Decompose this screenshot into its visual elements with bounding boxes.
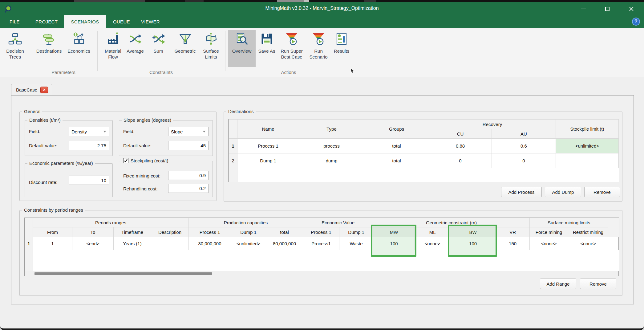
row-number[interactable]: 1 — [25, 237, 33, 250]
constraints-corner-header[interactable] — [25, 218, 33, 237]
add-dump-button[interactable]: Add Dump — [545, 187, 581, 197]
cell-name[interactable]: Process 1 — [237, 139, 299, 153]
destinations-header-groups[interactable]: Groups — [364, 120, 429, 139]
cell-total-capacity[interactable]: 80,000,000 — [266, 237, 303, 250]
cell-description[interactable] — [151, 237, 189, 250]
menu-tab-queue[interactable]: QUEUE — [109, 15, 134, 28]
run-super-best-case-icon — [285, 31, 299, 46]
destinations-header-cu[interactable]: CU — [429, 129, 492, 139]
slope-default-input[interactable]: 45 — [168, 141, 209, 150]
ribbon-button-run-scenario[interactable]: Run Scenario — [306, 30, 331, 60]
ribbon-button-destinations[interactable]: Destinations — [35, 30, 63, 55]
menu-tab-project[interactable]: PROJECT — [31, 15, 62, 28]
cell-stockpile[interactable] — [556, 153, 619, 168]
destinations-header-stockpile[interactable]: Stockpile limit (t) — [556, 120, 619, 139]
cell-type[interactable]: process — [299, 139, 364, 153]
ribbon-button-save-as[interactable]: Save As — [257, 30, 276, 55]
ribbon-button-material-flow[interactable]: Material Flow — [101, 30, 125, 60]
ribbon-button-label: Run Super Best Case — [277, 48, 306, 60]
cell-cu[interactable]: 0.88 — [429, 139, 492, 153]
cell-to[interactable]: <end> — [72, 237, 114, 250]
header-total-capacity[interactable]: total — [266, 227, 303, 237]
ribbon-button-economics[interactable]: $ Economics — [66, 30, 91, 55]
cell-from[interactable]: 1 — [33, 237, 72, 250]
density-field-select[interactable]: Density — [69, 127, 109, 136]
remove-range-button[interactable]: Remove — [580, 279, 616, 289]
horizontal-scrollbar[interactable] — [25, 271, 618, 276]
maximize-button[interactable] — [599, 4, 616, 14]
ribbon-button-label: Surface Limits — [201, 48, 221, 60]
cell-restrict-mining[interactable]: <none> — [568, 237, 608, 250]
ribbon-button-sum[interactable]: Sum — [150, 30, 167, 55]
header-ml[interactable]: ML — [415, 227, 450, 237]
ribbon-button-results[interactable]: Results — [333, 30, 350, 55]
cell-mw[interactable]: 100 — [373, 237, 415, 250]
ribbon-button-run-super-best-case[interactable]: Run Super Best Case — [276, 30, 307, 60]
cell-groups[interactable]: total — [364, 153, 429, 168]
header-bw[interactable]: BW — [450, 227, 496, 237]
header-to[interactable]: To — [72, 227, 114, 237]
tab-basecase[interactable]: BaseCase ✕ — [11, 84, 52, 96]
menu-tab-file[interactable]: FILE — [5, 15, 24, 28]
cell-dump1-capacity[interactable]: <unlimited> — [231, 237, 266, 250]
cell-name[interactable]: Dump 1 — [237, 153, 299, 168]
cell-au[interactable]: 0 — [492, 153, 556, 168]
cell-stub — [608, 237, 619, 250]
menu-tab-scenarios[interactable]: SCENARIOS — [64, 15, 106, 29]
economics-icon: $ — [72, 31, 86, 46]
destinations-corner-header[interactable] — [229, 120, 237, 139]
header-force-mining[interactable]: Force mining — [530, 227, 568, 237]
header-process1-capacity[interactable]: Process 1 — [189, 227, 231, 237]
header-restrict-mining[interactable]: Restrict mining — [568, 227, 608, 237]
destinations-header-name[interactable]: Name — [237, 120, 299, 139]
scrollbar-thumb[interactable] — [34, 272, 212, 275]
help-icon[interactable]: ? — [632, 18, 640, 26]
ribbon-button-label: Save As — [258, 48, 275, 54]
header-process1-value[interactable]: Process 1 — [303, 227, 339, 237]
cell-vr[interactable]: 150 — [496, 237, 530, 250]
fixed-mining-cost-input[interactable]: 0.9 — [168, 171, 209, 180]
ribbon-button-average[interactable]: Average — [125, 30, 145, 55]
row-number[interactable]: 2 — [229, 153, 237, 168]
menu-tab-viewer[interactable]: VIEWER — [137, 15, 164, 28]
ribbon-button-overview[interactable]: Overview — [228, 30, 256, 67]
ribbon-button-geometric[interactable]: Geometric — [173, 30, 197, 55]
row-number[interactable]: 1 — [229, 139, 237, 153]
destinations-header-au[interactable]: AU — [492, 129, 556, 139]
cell-bw[interactable]: 100 — [450, 237, 496, 250]
header-description[interactable]: Description — [151, 227, 189, 237]
cell-type[interactable]: dump — [299, 153, 364, 168]
slope-angles-groupbox: Slope angles (degrees) — [119, 120, 213, 156]
cell-groups[interactable]: total — [364, 139, 429, 153]
header-vr[interactable]: VR — [496, 227, 530, 237]
destinations-header-type[interactable]: Type — [299, 120, 364, 139]
cell-stockpile[interactable]: <unlimited> — [556, 139, 619, 153]
close-button[interactable] — [623, 4, 640, 14]
cell-process1-value[interactable]: Process1 — [303, 237, 339, 250]
cell-cu[interactable]: 0 — [429, 153, 492, 168]
cell-process1-capacity[interactable]: 30,000,000 — [189, 237, 231, 250]
header-mw[interactable]: MW — [373, 227, 415, 237]
cell-au[interactable]: 0.6 — [492, 139, 556, 153]
rehandling-cost-input[interactable]: 0.2 — [168, 184, 209, 193]
header-dump1-value[interactable]: Dump 1 — [339, 227, 373, 237]
discount-rate-input[interactable]: 10 — [69, 176, 109, 185]
cell-dump1-value[interactable]: Waste — [339, 237, 373, 250]
cell-ml[interactable]: <none> — [415, 237, 450, 250]
cell-timeframe[interactable]: Years (1) — [114, 237, 151, 250]
header-timeframe[interactable]: Timeframe — [114, 227, 151, 237]
density-default-input[interactable]: 2.75 — [69, 141, 109, 150]
minimize-button[interactable] — [575, 4, 592, 14]
header-from[interactable]: From — [33, 227, 72, 237]
add-range-button[interactable]: Add Range — [540, 279, 576, 289]
tab-close-icon[interactable]: ✕ — [40, 87, 48, 93]
cell-force-mining[interactable]: <none> — [530, 237, 568, 250]
add-process-button[interactable]: Add Process — [501, 187, 542, 197]
ribbon-button-decision-trees[interactable]: Decision Trees — [3, 30, 27, 60]
slope-field-select[interactable]: Slope — [168, 127, 209, 136]
remove-destination-button[interactable]: Remove — [584, 187, 620, 197]
header-dump1-capacity[interactable]: Dump 1 — [231, 227, 266, 237]
stockpiling-checkbox[interactable] — [123, 158, 128, 163]
ribbon-separator — [356, 31, 356, 71]
ribbon-button-surface-limits[interactable]: Surface Limits — [200, 30, 222, 60]
